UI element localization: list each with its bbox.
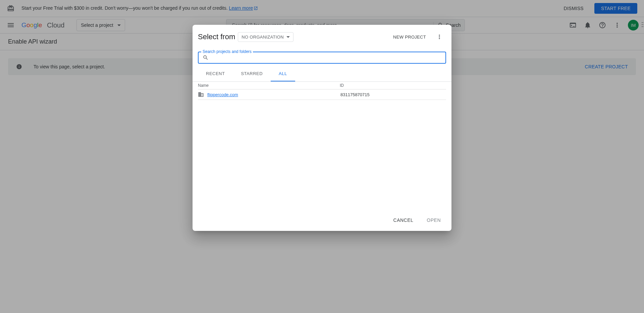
- org-selector[interactable]: NO ORGANIZATION: [238, 32, 293, 42]
- modal-header: Select from NO ORGANIZATION NEW PROJECT: [193, 25, 451, 46]
- search-label: Search projects and folders: [201, 49, 253, 54]
- tab-recent[interactable]: RECENT: [198, 66, 233, 81]
- tab-starred[interactable]: STARRED: [233, 66, 271, 81]
- modal-tabs: RECENT STARRED ALL: [193, 66, 451, 82]
- table-header: Name ID: [198, 82, 446, 89]
- search-icon: [203, 55, 209, 61]
- modal-title: Select from: [198, 33, 235, 41]
- project-id: 831175870715: [340, 92, 446, 97]
- modal-table: Name ID flippercode.com 831175870715: [193, 82, 451, 209]
- modal-more-button[interactable]: [433, 30, 446, 44]
- more-vert-icon: [436, 34, 443, 40]
- modal-footer: CANCEL OPEN: [193, 209, 451, 231]
- modal-search-wrap: Search projects and folders: [193, 46, 451, 66]
- project-link[interactable]: flippercode.com: [207, 92, 238, 97]
- project-select-modal: Select from NO ORGANIZATION NEW PROJECT …: [193, 25, 451, 231]
- col-id-header: ID: [340, 83, 446, 88]
- tab-all[interactable]: ALL: [271, 66, 295, 81]
- cancel-button[interactable]: CANCEL: [388, 215, 419, 226]
- modal-overlay[interactable]: Select from NO ORGANIZATION NEW PROJECT …: [0, 0, 644, 313]
- modal-search-input[interactable]: [211, 55, 441, 60]
- dropdown-icon: [286, 36, 290, 38]
- open-button[interactable]: OPEN: [421, 215, 446, 226]
- table-row[interactable]: flippercode.com 831175870715: [198, 89, 446, 100]
- new-project-button[interactable]: NEW PROJECT: [389, 32, 430, 42]
- organization-icon: [198, 91, 204, 98]
- col-name-header: Name: [198, 83, 340, 88]
